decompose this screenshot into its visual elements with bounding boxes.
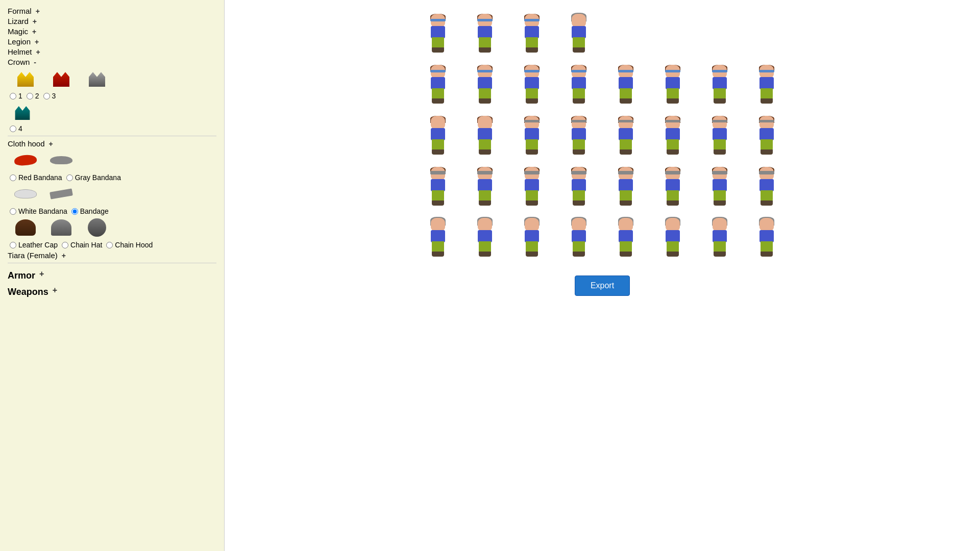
export-button[interactable]: Export	[575, 276, 630, 296]
sprite-char	[706, 65, 733, 104]
crown-radio-4-label[interactable]: 4	[10, 124, 22, 133]
sprite-body	[666, 128, 680, 140]
sprite-head	[478, 218, 492, 231]
category-cloth-hood: Cloth hood +	[8, 139, 216, 148]
crown-radio-4[interactable]	[10, 126, 16, 132]
sprite-body	[760, 230, 774, 242]
sprite-boots	[479, 47, 491, 53]
crown-radio-3[interactable]	[43, 93, 50, 99]
sprite-body	[760, 179, 774, 191]
helmet-plus-btn[interactable]: +	[35, 48, 41, 56]
sprite-legs	[620, 190, 632, 202]
sprite-cell-4-6	[652, 163, 693, 209]
sprite-char	[425, 167, 451, 206]
sprite-headband	[712, 70, 727, 72]
sprite-headband	[524, 19, 540, 21]
crown-radio-2[interactable]	[27, 93, 33, 99]
crown-radio-1[interactable]	[10, 93, 16, 99]
bandana-white-img	[13, 184, 38, 204]
gray-bandana-radio[interactable]	[66, 174, 73, 181]
sprite-headband	[571, 120, 586, 122]
crown-radio-3-label[interactable]: 3	[43, 92, 56, 100]
legion-plus-btn[interactable]: +	[34, 38, 40, 46]
sprite-boots	[667, 149, 679, 155]
sprite-legs	[432, 241, 444, 253]
sprite-char	[659, 116, 686, 155]
cloth-hood-plus-btn[interactable]: +	[48, 140, 54, 148]
sprite-headband	[665, 70, 680, 72]
sprite-head	[572, 218, 586, 231]
sprite-char	[566, 167, 592, 206]
tiara-plus-btn[interactable]: +	[61, 252, 67, 260]
sprite-legs	[714, 241, 726, 253]
sprite-row-2	[418, 61, 787, 107]
sprite-body	[431, 128, 445, 140]
crown-label: Crown	[8, 58, 30, 66]
chain-hood-radio-label[interactable]: Chain Hood	[106, 241, 153, 249]
sprite-legs	[667, 139, 679, 151]
sprite-boots	[432, 149, 444, 155]
sprite-body	[666, 179, 680, 191]
leather-cap-radio[interactable]	[10, 242, 16, 248]
sprite-body	[478, 230, 492, 242]
helmet-label: Helmet	[8, 47, 32, 56]
sprite-boots	[620, 149, 632, 155]
sprite-body	[572, 77, 586, 89]
weapons-label: Weapons	[8, 287, 48, 297]
sprite-body	[572, 26, 586, 38]
sprite-body	[713, 179, 727, 191]
sprite-boots	[761, 98, 773, 104]
sprite-boots	[573, 252, 585, 257]
tiara-label: Tiara (Female)	[8, 251, 58, 260]
sprite-char	[659, 218, 686, 257]
armor-plus-btn[interactable]: +	[38, 269, 45, 279]
sprite-headband	[665, 171, 680, 174]
sprite-headband	[524, 120, 540, 122]
sprite-boots	[526, 149, 538, 155]
sprite-legs	[573, 190, 585, 202]
sprite-cell-3-5	[605, 112, 646, 158]
sprite-boots	[620, 201, 632, 206]
chain-hat-radio-label[interactable]: Chain Hat	[62, 241, 102, 249]
sprite-body	[713, 77, 727, 89]
sprite-legs	[667, 190, 679, 202]
lizard-plus-btn[interactable]: +	[32, 17, 38, 26]
sprite-boots	[714, 201, 726, 206]
leather-cap-radio-label[interactable]: Leather Cap	[10, 241, 58, 249]
crown-minus-btn[interactable]: -	[33, 58, 37, 66]
sprite-boots	[432, 201, 444, 206]
gray-bandana-radio-label[interactable]: Gray Bandana	[66, 173, 121, 182]
sprite-boots	[479, 98, 491, 104]
red-bandana-radio[interactable]	[10, 174, 16, 181]
sprite-legs	[620, 241, 632, 253]
formal-plus-btn[interactable]: +	[35, 7, 41, 15]
bandage-radio[interactable]	[71, 208, 78, 215]
sprite-legs	[526, 139, 538, 151]
bandage-radio-label[interactable]: Bandage	[71, 207, 109, 215]
sprite-cell-5-4	[558, 214, 599, 260]
crown-radio-2-label[interactable]: 2	[27, 92, 39, 100]
chain-hood-radio[interactable]	[106, 242, 113, 248]
bandana-radio-group-2: White Bandana Bandage	[10, 207, 216, 215]
category-helmet: Helmet +	[8, 47, 216, 56]
crown-radio-1-label[interactable]: 1	[10, 92, 22, 100]
crown-images-row	[13, 68, 216, 89]
sprite-boots	[573, 201, 585, 206]
sprite-legs	[479, 88, 491, 99]
sprite-headband	[571, 70, 586, 72]
sprite-body	[619, 179, 633, 191]
sprite-legs	[479, 190, 491, 202]
sprite-boots	[761, 252, 773, 257]
sprite-cell-2-4	[558, 61, 599, 107]
sprite-row-3	[418, 112, 787, 158]
chain-hat-radio[interactable]	[62, 242, 68, 248]
sprite-cell-4-5	[605, 163, 646, 209]
red-bandana-radio-label[interactable]: Red Bandana	[10, 173, 62, 182]
sprite-boots	[526, 47, 538, 53]
sprite-head	[431, 116, 445, 129]
white-bandana-radio[interactable]	[10, 208, 16, 215]
white-bandana-radio-label[interactable]: White Bandana	[10, 207, 67, 215]
magic-plus-btn[interactable]: +	[31, 28, 37, 36]
weapons-plus-btn[interactable]: +	[52, 286, 58, 295]
sprite-cell-2-5	[605, 61, 646, 107]
